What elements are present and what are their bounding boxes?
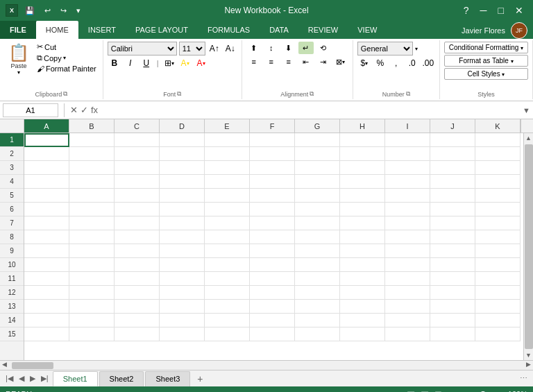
cell-A9[interactable] xyxy=(24,244,69,258)
sheet-tab-sheet2[interactable]: Sheet2 xyxy=(99,371,144,386)
cell-F14[interactable] xyxy=(250,314,295,327)
cell-G8[interactable] xyxy=(295,230,340,244)
align-left-btn[interactable]: ≡ xyxy=(246,56,262,68)
cell-C11[interactable] xyxy=(115,272,160,286)
paste-btn[interactable]: 📋 Paste ▾ xyxy=(4,42,33,77)
cell-D12[interactable] xyxy=(160,286,205,300)
sheet-first-btn[interactable]: |◀ xyxy=(3,373,16,384)
col-header-J[interactable]: J xyxy=(430,119,475,133)
cell-K8[interactable] xyxy=(475,230,521,244)
orientation-btn[interactable]: ⟲ xyxy=(316,42,331,54)
cell-D4[interactable] xyxy=(160,175,205,189)
cell-K10[interactable] xyxy=(475,258,521,272)
cell-C15[interactable] xyxy=(115,327,160,341)
cell-J2[interactable] xyxy=(430,147,475,161)
cell-I15[interactable] xyxy=(385,327,430,341)
conditional-formatting-btn[interactable]: Conditional Formatting ▾ xyxy=(444,42,528,53)
cell-J7[interactable] xyxy=(430,216,475,230)
currency-btn[interactable]: $▾ xyxy=(357,57,371,69)
cell-C7[interactable] xyxy=(115,216,160,230)
sheet-tab-sheet3[interactable]: Sheet3 xyxy=(145,371,190,386)
cell-I5[interactable] xyxy=(385,189,430,203)
cell-E6[interactable] xyxy=(205,203,250,216)
copy-btn[interactable]: ⧉Copy▾ xyxy=(35,53,99,63)
cell-C8[interactable] xyxy=(115,230,160,244)
alignment-expand-btn[interactable]: ⧉ xyxy=(310,90,314,98)
cell-D14[interactable] xyxy=(160,314,205,327)
user-name[interactable]: Javier Flores xyxy=(462,26,505,35)
row-num-4[interactable]: 4 xyxy=(0,175,24,189)
cell-E15[interactable] xyxy=(205,327,250,341)
cell-A14[interactable] xyxy=(24,314,69,327)
row-num-1[interactable]: 1 xyxy=(0,133,24,147)
cell-B9[interactable] xyxy=(69,244,115,258)
percent-btn[interactable]: % xyxy=(373,57,387,69)
cell-F12[interactable] xyxy=(250,286,295,300)
cell-K11[interactable] xyxy=(475,272,521,286)
row-num-7[interactable]: 7 xyxy=(0,216,24,230)
cell-A12[interactable] xyxy=(24,286,69,300)
cell-F3[interactable] xyxy=(250,161,295,175)
sheet-tab-sheet1[interactable]: Sheet1 xyxy=(53,371,98,386)
cell-E14[interactable] xyxy=(205,314,250,327)
cell-C14[interactable] xyxy=(115,314,160,327)
decrease-decimal-btn[interactable]: .0 xyxy=(405,57,419,69)
cell-G3[interactable] xyxy=(295,161,340,175)
cell-A11[interactable] xyxy=(24,272,69,286)
increase-decimal-btn[interactable]: .00 xyxy=(421,57,435,69)
cell-E7[interactable] xyxy=(205,216,250,230)
cell-K13[interactable] xyxy=(475,300,521,314)
cell-J9[interactable] xyxy=(430,244,475,258)
cell-E11[interactable] xyxy=(205,272,250,286)
cell-F6[interactable] xyxy=(250,203,295,216)
cell-B8[interactable] xyxy=(69,230,115,244)
scroll-down-btn[interactable]: ▼ xyxy=(524,350,533,360)
zoom-out-btn[interactable]: − xyxy=(448,389,453,393)
cell-F15[interactable] xyxy=(250,327,295,341)
cell-J1[interactable] xyxy=(430,133,475,147)
decrease-indent-btn[interactable]: ⇤ xyxy=(298,56,314,68)
col-header-C[interactable]: C xyxy=(115,119,160,133)
cell-E13[interactable] xyxy=(205,300,250,314)
cell-J15[interactable] xyxy=(430,327,475,341)
cell-D8[interactable] xyxy=(160,230,205,244)
cell-D1[interactable] xyxy=(160,133,205,147)
tab-home[interactable]: HOME xyxy=(36,21,78,39)
cell-B3[interactable] xyxy=(69,161,115,175)
cell-B1[interactable] xyxy=(69,133,115,147)
help-btn[interactable]: ? xyxy=(459,3,473,17)
cell-H4[interactable] xyxy=(340,175,385,189)
cell-J3[interactable] xyxy=(430,161,475,175)
cell-A1[interactable] xyxy=(24,133,69,147)
cell-H15[interactable] xyxy=(340,327,385,341)
increase-font-btn[interactable]: A↑ xyxy=(208,42,221,55)
bold-btn[interactable]: B xyxy=(108,57,121,69)
cell-K7[interactable] xyxy=(475,216,521,230)
cell-G10[interactable] xyxy=(295,258,340,272)
confirm-formula-btn[interactable]: ✓ xyxy=(81,105,88,115)
cell-K12[interactable] xyxy=(475,286,521,300)
cell-E12[interactable] xyxy=(205,286,250,300)
row-num-12[interactable]: 12 xyxy=(0,286,24,300)
row-num-11[interactable]: 11 xyxy=(0,272,24,286)
borders-btn[interactable]: ⊞▾ xyxy=(162,57,176,69)
cell-I2[interactable] xyxy=(385,147,430,161)
col-header-A[interactable]: A xyxy=(24,119,69,133)
col-header-G[interactable]: G xyxy=(295,119,340,133)
cell-F10[interactable] xyxy=(250,258,295,272)
cell-H11[interactable] xyxy=(340,272,385,286)
cell-K6[interactable] xyxy=(475,203,521,216)
cell-K1[interactable] xyxy=(475,133,521,147)
cell-A7[interactable] xyxy=(24,216,69,230)
cell-C10[interactable] xyxy=(115,258,160,272)
format-as-table-btn[interactable]: Format as Table ▾ xyxy=(444,55,528,67)
cell-C6[interactable] xyxy=(115,203,160,216)
cell-A6[interactable] xyxy=(24,203,69,216)
underline-btn[interactable]: U xyxy=(139,57,153,69)
cell-G2[interactable] xyxy=(295,147,340,161)
h-scroll-right-btn[interactable]: ▶ xyxy=(524,361,533,370)
comma-btn[interactable]: , xyxy=(389,57,403,69)
add-sheet-btn[interactable]: + xyxy=(193,372,207,386)
tab-page-layout[interactable]: PAGE LAYOUT xyxy=(126,21,198,39)
cell-B10[interactable] xyxy=(69,258,115,272)
